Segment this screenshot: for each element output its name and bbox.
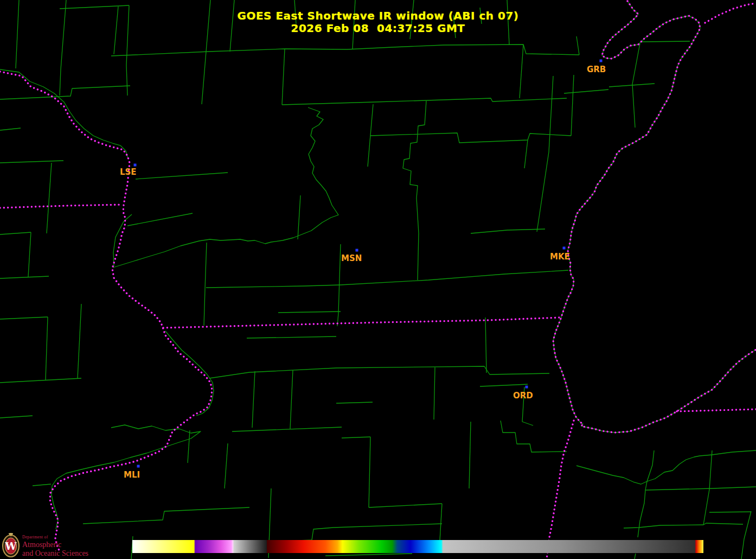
county-boundary-line bbox=[165, 331, 214, 416]
county-boundary-line bbox=[290, 370, 293, 429]
county-boundary-line bbox=[78, 304, 81, 378]
county-boundary-line bbox=[370, 133, 571, 143]
satellite-map: GRBLSEMSNMKEORDMLI bbox=[0, 0, 756, 559]
goes-satellite-screenshot: GRBLSEMSNMKEORDMLI GOES East Shortwave I… bbox=[0, 0, 756, 559]
county-boundary-line bbox=[369, 437, 370, 507]
city-marker-ORD: ORD bbox=[513, 386, 533, 401]
county-boundary-line bbox=[334, 524, 442, 528]
county-boundary-line bbox=[0, 128, 21, 130]
city-dot-ORD bbox=[526, 386, 528, 389]
county-boundary-line bbox=[471, 229, 545, 233]
county-boundary-line bbox=[325, 554, 412, 556]
aos-logo: W Department of Atmospheric and Oceanic … bbox=[2, 532, 88, 558]
county-boundary-line bbox=[480, 384, 528, 386]
city-marker-MLI: MLI bbox=[124, 465, 140, 480]
city-dot-MKE bbox=[563, 247, 566, 250]
county-boundary-line bbox=[342, 437, 370, 438]
city-label-ORD: ORD bbox=[513, 391, 533, 401]
county-boundary-line bbox=[576, 450, 756, 484]
temperature-colorbar bbox=[132, 540, 703, 553]
state-border-line bbox=[547, 421, 574, 559]
image-title: GOES East Shortwave IR window (ABI ch 07… bbox=[0, 10, 756, 35]
city-label-MSN: MSN bbox=[341, 253, 362, 263]
county-boundary-line bbox=[0, 416, 33, 418]
state-border-line bbox=[0, 72, 212, 551]
county-boundary-line bbox=[340, 270, 568, 285]
county-boundary-line bbox=[127, 213, 193, 226]
state-border-line bbox=[163, 317, 560, 328]
county-boundary-line bbox=[609, 84, 655, 87]
city-dot-MSN bbox=[356, 249, 358, 252]
county-boundary-line bbox=[282, 98, 567, 105]
county-boundary-line bbox=[520, 45, 523, 98]
county-boundary-line bbox=[741, 511, 751, 559]
city-dot-LSE bbox=[134, 164, 137, 167]
state-border-dots-lakeshore bbox=[553, 1, 756, 433]
county-boundary-line bbox=[83, 507, 249, 524]
county-boundary-line bbox=[278, 312, 341, 313]
county-boundary-line bbox=[434, 367, 435, 420]
county-boundary-line bbox=[206, 285, 340, 288]
state-border-line bbox=[0, 205, 121, 208]
county-boundary-line bbox=[469, 422, 471, 488]
county-boundary-line bbox=[417, 198, 419, 280]
county-boundary-line bbox=[298, 195, 300, 239]
county-boundary-line bbox=[645, 487, 756, 490]
county-boundary-line bbox=[60, 5, 129, 9]
city-marker-LSE: LSE bbox=[120, 164, 137, 177]
county-boundary-line bbox=[501, 421, 567, 452]
county-boundary-line bbox=[632, 43, 640, 128]
county-boundary-line bbox=[0, 276, 49, 278]
county-boundary-line bbox=[347, 45, 579, 55]
county-boundary-line bbox=[225, 443, 228, 488]
county-boundary-line bbox=[111, 49, 347, 56]
county-boundary-line bbox=[46, 317, 48, 380]
lake-michigan-shoreline bbox=[553, 1, 756, 433]
uw-crest-icon: W bbox=[2, 532, 20, 558]
city-label-GRB: GRB bbox=[587, 65, 606, 74]
county-boundary-line bbox=[0, 86, 130, 99]
county-boundary-line bbox=[638, 450, 654, 537]
title-line-product: GOES East Shortwave IR window (ABI ch 07… bbox=[0, 10, 756, 22]
county-boundary-line bbox=[485, 317, 486, 373]
logo-name-line1: Atmospheric bbox=[22, 541, 88, 549]
county-boundary-line bbox=[369, 504, 442, 507]
city-label-LSE: LSE bbox=[120, 167, 137, 177]
city-marker-MKE: MKE bbox=[550, 247, 570, 262]
county-boundary-line bbox=[209, 366, 549, 378]
county-boundary-line bbox=[0, 161, 63, 163]
county-boundary-line bbox=[113, 214, 132, 266]
logo-name-line2: and Oceanic Sciences bbox=[22, 550, 88, 557]
city-dot-MLI bbox=[137, 465, 140, 468]
county-boundary-line bbox=[136, 173, 228, 179]
county-boundary-line bbox=[47, 163, 52, 233]
svg-text:W: W bbox=[4, 540, 17, 552]
county-boundary-line bbox=[564, 90, 608, 93]
county-boundary-line bbox=[635, 554, 636, 559]
county-boundary-line bbox=[703, 450, 712, 525]
county-boundary-line bbox=[282, 49, 285, 105]
county-boundary-line bbox=[403, 101, 426, 198]
county-boundary-line bbox=[0, 378, 81, 383]
county-boundary-line bbox=[642, 41, 690, 42]
county-boundary-line bbox=[0, 317, 48, 319]
county-boundary-line bbox=[232, 427, 342, 431]
county-boundary-line bbox=[709, 512, 751, 512]
county-boundary-line bbox=[188, 430, 190, 463]
county-boundary-line bbox=[624, 523, 743, 528]
county-boundary-line bbox=[113, 107, 338, 268]
logo-department-label: Department of bbox=[22, 535, 88, 539]
city-dot-GRB bbox=[600, 60, 603, 62]
county-boundary-line bbox=[524, 140, 528, 168]
state-border-line bbox=[677, 409, 756, 411]
county-boundary-line bbox=[202, 52, 206, 104]
title-line-timestamp: 2026 Feb 08 04:37:25 GMT bbox=[0, 22, 756, 35]
county-boundary-line bbox=[576, 36, 579, 55]
logo-text: Department of Atmospheric and Oceanic Sc… bbox=[22, 532, 88, 557]
county-boundary-line bbox=[571, 75, 574, 136]
county-boundary-line bbox=[0, 69, 128, 158]
city-marker-GRB: GRB bbox=[587, 60, 606, 75]
county-boundary-line bbox=[204, 243, 207, 326]
county-boundary-line bbox=[247, 336, 336, 338]
county-boundary-line bbox=[336, 402, 373, 403]
